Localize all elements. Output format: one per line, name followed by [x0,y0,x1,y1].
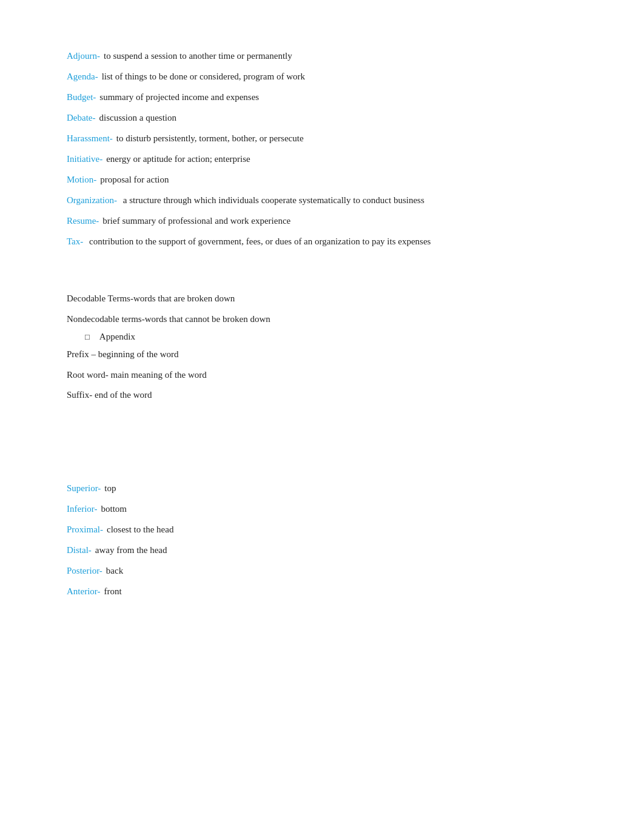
term-label-debate: Debate- [67,110,95,125]
term-def-budget: summary of projected income and expenses [99,90,577,104]
prefix-row: Prefix – beginning of the word [67,347,577,363]
term-label-posterior: Posterior- [67,563,102,578]
term-label-harassment: Harassment- [67,131,113,146]
term-row-proximal: Proximal- closest to the head [67,522,577,537]
term-label-initiative: Initiative- [67,152,102,166]
term-label-agenda: Agenda- [67,69,98,84]
nondecodable-terms-row: Nondecodable terms-words that cannot be … [67,312,577,327]
term-label-inferior: Inferior- [67,501,98,516]
term-row-debate: Debate- discussion a question [67,110,577,125]
term-row-motion: Motion- proposal for action [67,172,577,187]
term-def-anterior: front [104,584,577,599]
root-def: main meaning of the word [111,370,207,380]
term-row-distal: Distal- away from the head [67,543,577,557]
appendix-text: Appendix [99,332,135,342]
term-def-superior: top [104,481,577,495]
term-row-posterior: Posterior- back [67,563,577,578]
divider-1 [67,255,577,291]
root-word-row: Root word- main meaning of the word [67,367,577,383]
term-row-adjourn: Adjourn- to suspend a session to another… [67,49,577,63]
term-label-motion: Motion- [67,172,96,187]
term-def-harassment: to disturb persistently, torment, bother… [116,131,577,146]
term-def-organization: a structure through which individuals co… [123,195,424,205]
term-def-motion: proposal for action [100,172,577,187]
term-row-budget: Budget- summary of projected income and … [67,90,577,104]
prefix-def: – beginning of the word [91,349,178,359]
term-def-posterior: back [106,563,577,578]
term-label-proximal: Proximal- [67,522,103,537]
prefix-label: Prefix [67,349,89,359]
term-label-budget: Budget- [67,90,96,104]
root-label: Root word- [67,370,109,380]
term-row-organization: Organization- a structure through which … [67,193,577,207]
term-label-superior: Superior- [67,481,101,495]
term-def-initiative: energy or aptitude for action; enterpris… [106,152,577,166]
term-row-agenda: Agenda- list of things to be done or con… [67,69,577,84]
term-def-distal: away from the head [95,543,577,557]
term-label-organization: Organization- [67,195,117,205]
term-row-harassment: Harassment- to disturb persistently, tor… [67,131,577,146]
term-label-tax: Tax- [67,236,83,246]
anatomy-section: Superior- top Inferior- bottom Proximal-… [67,481,577,599]
bullet-icon: □ [85,332,90,342]
divider-3 [67,444,577,481]
appendix-bullet-row: □ Appendix [67,332,577,342]
term-def-adjourn: to suspend a session to another time or … [104,49,577,63]
term-label-resume: Resume- [67,213,99,228]
suffix-def: end of the word [95,390,152,400]
nondecodable-label: Nondecodable terms- [67,314,145,324]
decodable-terms-row: Decodable Terms-words that are broken do… [67,291,577,307]
term-label-adjourn: Adjourn- [67,49,100,63]
term-row-superior: Superior- top [67,481,577,495]
term-row-tax: Tax- contribution to the support of gove… [67,234,577,249]
term-row-anterior: Anterior- front [67,584,577,599]
nondecodable-def: words that cannot be broken down [145,314,270,324]
vocabulary-section: Adjourn- to suspend a session to another… [67,49,577,249]
term-row-resume: Resume- brief summary of professional an… [67,213,577,228]
term-def-proximal: closest to the head [107,522,577,537]
decodable-label: Decodable Terms- [67,293,133,303]
term-row-initiative: Initiative- energy or aptitude for actio… [67,152,577,166]
decodable-section: Decodable Terms-words that are broken do… [67,291,577,403]
term-def-resume: brief summary of professional and work e… [102,213,577,228]
term-def-debate: discussion a question [99,110,577,125]
term-label-distal: Distal- [67,543,92,557]
suffix-label: Suffix- [67,390,92,400]
term-def-inferior: bottom [101,501,577,516]
term-row-inferior: Inferior- bottom [67,501,577,516]
suffix-row: Suffix- end of the word [67,387,577,403]
term-def-tax: contribution to the support of governmen… [89,236,431,246]
term-label-anterior: Anterior- [67,584,101,599]
term-def-agenda: list of things to be done or considered,… [102,69,577,84]
decodable-def: words that are broken down [133,293,235,303]
divider-2 [67,408,577,444]
